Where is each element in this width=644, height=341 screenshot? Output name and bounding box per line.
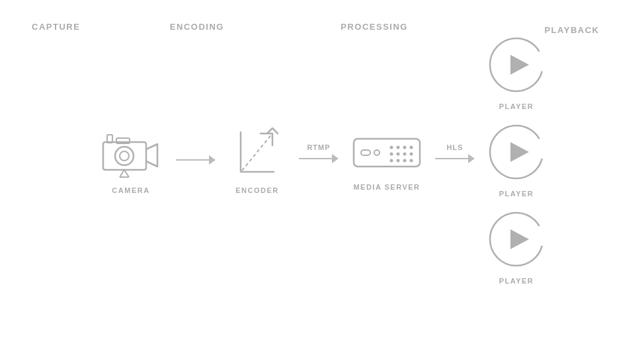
player-2-icon [487, 122, 546, 182]
headers-row: CAPTURE ENCODING PROCESSING PLAYBACK [0, 0, 644, 35]
svg-point-13 [397, 146, 400, 149]
processing-header-col: PROCESSING [302, 19, 447, 35]
svg-point-20 [390, 159, 393, 163]
server-label: MEDIA SERVER [353, 183, 420, 191]
camera-icon-wrapper: CAMERA [98, 126, 164, 194]
encoder-block: ENCODER [227, 126, 287, 194]
encoding-header: ENCODING [170, 22, 224, 32]
svg-point-1 [115, 147, 134, 165]
svg-point-2 [120, 151, 129, 161]
hls-label: HLS [447, 143, 463, 151]
arrow-rtmp [299, 154, 339, 163]
camera-block: CAMERA [98, 126, 164, 194]
arrow-server-players: HLS [435, 143, 475, 163]
player-1-icon [487, 35, 546, 95]
camera-label: CAMERA [112, 186, 149, 194]
content-main: CAMERA E [0, 35, 644, 285]
svg-point-21 [397, 159, 400, 163]
player-2: PLAYER [487, 122, 546, 198]
arrow-solid-1 [176, 155, 216, 165]
arrow-head-rtmp [332, 154, 339, 163]
svg-point-17 [397, 153, 400, 156]
svg-line-5 [120, 170, 124, 177]
svg-point-22 [403, 159, 407, 163]
svg-point-18 [403, 153, 407, 156]
svg-marker-25 [510, 55, 529, 75]
svg-point-12 [390, 146, 393, 149]
svg-line-6 [124, 170, 129, 177]
rtmp-label: RTMP [307, 143, 330, 151]
player-3: PLAYER [487, 209, 546, 285]
arrow-head-1 [209, 155, 216, 165]
svg-rect-10 [361, 150, 370, 155]
encoding-header-col: ENCODING [145, 19, 249, 35]
player-1: PLAYER [487, 35, 546, 110]
player-2-label: PLAYER [499, 190, 534, 198]
player-3-icon [487, 209, 546, 269]
camera-icon [98, 126, 164, 178]
svg-point-23 [410, 159, 413, 163]
arrow-camera-encoder [176, 155, 216, 165]
svg-point-19 [410, 153, 413, 156]
svg-marker-29 [510, 229, 529, 249]
media-server-icon [350, 129, 423, 175]
playback-header: PLAYBACK [544, 25, 599, 35]
encoder-icon [227, 126, 287, 178]
encoder-label: ENCODER [235, 186, 279, 194]
playback-header-col: PLAYBACK [500, 19, 644, 35]
svg-rect-9 [354, 139, 420, 167]
player-3-label: PLAYER [499, 277, 534, 285]
encoder-icon-wrapper: ENCODER [227, 126, 287, 194]
arrow-line-1 [176, 159, 209, 161]
svg-point-16 [390, 153, 393, 156]
arrow-line-hls [435, 158, 468, 159]
arrow-encoder-server: RTMP [299, 143, 339, 163]
players-column: PLAYER PLAYER PLAYER [487, 35, 546, 285]
svg-point-15 [410, 146, 413, 149]
player-1-label: PLAYER [499, 102, 534, 110]
svg-marker-27 [510, 142, 529, 162]
media-server-block: MEDIA SERVER [350, 129, 423, 191]
arrow-head-hls [468, 154, 475, 163]
arrow-line-rtmp [299, 158, 332, 159]
capture-header-col: CAPTURE [0, 19, 112, 35]
svg-line-8 [242, 133, 272, 170]
svg-point-14 [403, 146, 407, 149]
svg-point-11 [374, 150, 380, 155]
server-icon-wrapper: MEDIA SERVER [350, 129, 423, 191]
diagram: CAPTURE ENCODING PROCESSING PLAYBACK [0, 0, 644, 341]
capture-header: CAPTURE [32, 22, 80, 32]
arrow-hls [435, 154, 475, 163]
processing-header: PROCESSING [341, 22, 408, 32]
